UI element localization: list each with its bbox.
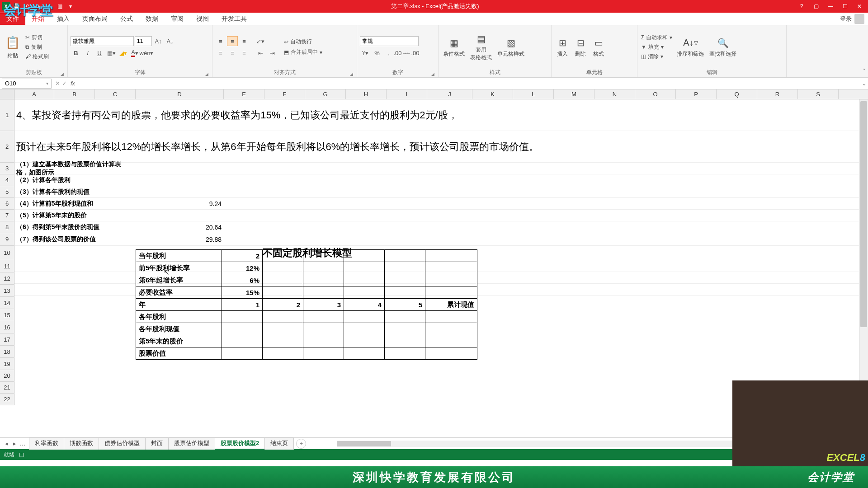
table-cell[interactable]: 4 <box>344 299 385 311</box>
table-cell[interactable] <box>425 335 477 347</box>
cell[interactable]: （5）计算第5年末的股价 <box>14 210 136 221</box>
tab-data[interactable]: 数据 <box>139 13 165 25</box>
table-cell[interactable]: 各年股利 <box>136 311 222 323</box>
align-middle-icon[interactable]: ≡ <box>227 36 238 46</box>
row-header[interactable]: 21 <box>0 382 14 394</box>
cell-style-button[interactable]: ▧单元格样式 <box>495 36 526 59</box>
indent-increase-icon[interactable]: ⇥ <box>267 48 278 58</box>
col-header-K[interactable]: K <box>472 89 513 99</box>
qat-more-icon[interactable]: ▾ <box>66 2 75 11</box>
italic-button[interactable]: I <box>82 48 93 58</box>
increase-decimal-icon[interactable]: .00→ <box>395 48 406 58</box>
table-cell[interactable]: 3 <box>303 299 344 311</box>
table-cell[interactable] <box>263 311 303 323</box>
cell[interactable]: 预计在未来5年股利将以12%的增长率增长，从第6年开始每年股利将以6%的增长率增… <box>14 131 828 162</box>
decrease-font-icon[interactable]: A↓ <box>165 36 175 46</box>
cell[interactable] <box>136 163 224 174</box>
cell[interactable]: （2）计算各年股利 <box>14 174 136 186</box>
currency-icon[interactable]: ¥▾ <box>360 48 371 58</box>
tab-home[interactable]: 开始 <box>25 13 51 25</box>
sheet-tab[interactable]: 债券估价模型 <box>99 437 146 450</box>
tab-view[interactable]: 视图 <box>190 13 215 25</box>
maximize-icon[interactable]: ☐ <box>838 1 852 11</box>
sheet-tab[interactable]: 股票股价模型2 <box>215 437 265 450</box>
table-cell[interactable] <box>344 335 385 347</box>
row-header[interactable]: 20 <box>0 370 14 382</box>
sheet-tab[interactable]: 股票估价模型 <box>168 437 215 450</box>
align-center-icon[interactable]: ≡ <box>227 48 238 58</box>
table-cell[interactable]: 2 <box>263 299 303 311</box>
table-cell[interactable] <box>425 347 477 360</box>
table-cell[interactable]: 6% <box>222 274 263 286</box>
orientation-icon[interactable]: ⤢▾ <box>255 36 266 46</box>
table-cell[interactable] <box>425 262 477 274</box>
col-header-M[interactable]: M <box>554 89 594 99</box>
row-header[interactable]: 17 <box>0 333 14 346</box>
table-cell[interactable]: 1 <box>222 299 263 311</box>
table-cell[interactable] <box>222 323 263 335</box>
help-icon[interactable]: ? <box>795 1 808 11</box>
sheet-tab[interactable]: 期数函数 <box>64 437 99 450</box>
tab-insert[interactable]: 插入 <box>51 13 76 25</box>
expand-formula-icon[interactable]: ⌄ <box>860 80 868 87</box>
close-icon[interactable]: ✕ <box>853 1 866 11</box>
col-header-S[interactable]: S <box>798 89 839 99</box>
table-cell[interactable] <box>222 335 263 347</box>
row-header[interactable]: 14 <box>0 297 14 309</box>
table-cell[interactable] <box>425 286 477 299</box>
row-header[interactable]: 8 <box>0 221 14 233</box>
cell[interactable]: （1）建立基本数据与股票价值计算表格，如图所示 <box>14 163 136 174</box>
avatar-icon[interactable] <box>854 14 864 24</box>
scrollbar-thumb[interactable] <box>337 441 391 446</box>
conditional-format-button[interactable]: ▦条件格式 <box>441 36 467 59</box>
launcher-icon[interactable]: ◢ <box>61 72 64 76</box>
table-cell[interactable] <box>303 286 344 299</box>
col-header-C[interactable]: C <box>95 89 136 99</box>
table-cell[interactable] <box>263 323 303 335</box>
col-header-D[interactable]: D <box>136 89 224 99</box>
row-header[interactable]: 3 <box>0 163 14 174</box>
col-header-I[interactable]: I <box>387 89 427 99</box>
cell[interactable]: （6）得到第5年末股价的现值 <box>14 221 136 233</box>
table-cell[interactable] <box>344 250 385 262</box>
table-cell[interactable] <box>263 274 303 286</box>
col-header-Q[interactable]: Q <box>717 89 757 99</box>
row-header[interactable]: 2 <box>0 131 14 163</box>
row-header[interactable]: 13 <box>0 285 14 297</box>
cell[interactable]: 9.24 <box>136 198 224 209</box>
find-select-button[interactable]: 🔍查找和选择 <box>708 36 738 59</box>
table-cell[interactable]: 15% <box>222 286 263 299</box>
cell[interactable] <box>14 246 136 260</box>
table-format-button[interactable]: ▤套用 表格格式 <box>468 32 494 62</box>
sort-filter-button[interactable]: A↓▽排序和筛选 <box>675 36 706 59</box>
sheet-nav-more-icon[interactable]: … <box>19 440 26 447</box>
row-header[interactable]: 1 <box>0 99 14 131</box>
table-cell[interactable]: 各年股利现值 <box>136 323 222 335</box>
confirm-formula-icon[interactable]: ✓ <box>62 80 67 87</box>
font-color-button[interactable]: A▾ <box>129 48 140 58</box>
col-header-N[interactable]: N <box>594 89 635 99</box>
paste-button[interactable]: 📋 粘贴 <box>3 34 23 61</box>
row-header[interactable]: 12 <box>0 272 14 285</box>
increase-font-icon[interactable]: A↑ <box>153 36 164 46</box>
cell[interactable]: （7）得到该公司股票的价值 <box>14 233 136 245</box>
row-header[interactable]: 10 <box>0 246 14 260</box>
table-cell[interactable] <box>385 250 425 262</box>
tab-dev[interactable]: 开发工具 <box>215 13 253 25</box>
row-header[interactable]: 16 <box>0 321 14 333</box>
table-cell[interactable] <box>222 347 263 360</box>
table-cell[interactable]: 股票价值 <box>136 347 222 360</box>
copy-button[interactable]: ⧉复制 <box>24 43 50 52</box>
indent-decrease-icon[interactable]: ⇤ <box>255 48 266 58</box>
tab-file[interactable]: 文件 <box>0 13 25 25</box>
minimize-icon[interactable]: — <box>824 1 837 11</box>
wrap-text-button[interactable]: ↩自动换行 <box>283 38 323 46</box>
col-header-H[interactable]: H <box>346 89 387 99</box>
col-header-B[interactable]: B <box>54 89 95 99</box>
table-cell[interactable] <box>385 323 425 335</box>
cell[interactable]: 29.88 <box>136 233 224 245</box>
table-cell[interactable] <box>425 250 477 262</box>
merge-center-button[interactable]: ⬒合并后居中▾ <box>283 48 323 56</box>
row-header[interactable]: 6 <box>0 198 14 210</box>
align-left-icon[interactable]: ≡ <box>215 48 226 58</box>
